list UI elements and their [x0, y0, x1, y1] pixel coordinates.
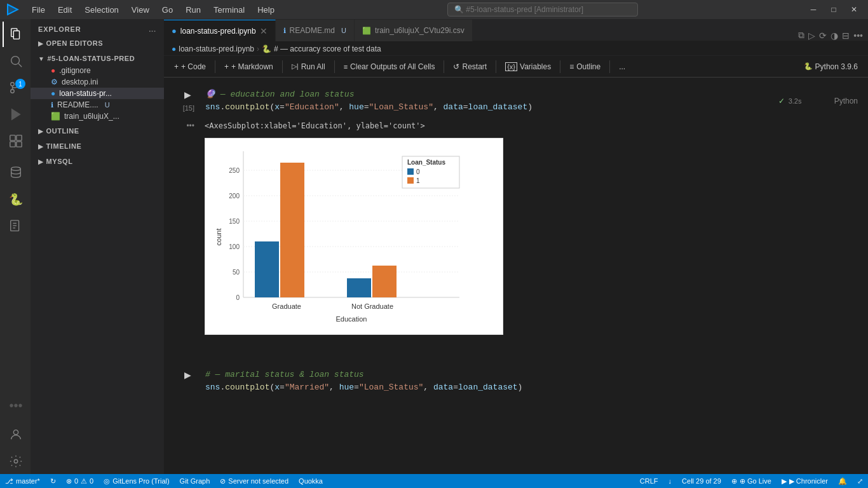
database-activity-icon[interactable]: [3, 160, 28, 186]
cell-15-axes-output: <AxesSubplot:xlabel='Education', ylabel=…: [205, 119, 863, 133]
notebook-tab-close[interactable]: ✕: [260, 26, 268, 36]
source-control-activity-icon[interactable]: [3, 75, 28, 100]
quokka-item[interactable]: Quokka: [294, 474, 328, 488]
menu-edit[interactable]: Edit: [51, 3, 78, 17]
sidebar-item-csv[interactable]: 🟩 train_u6lujuX_...: [31, 111, 164, 122]
server-icon: ⊘: [220, 477, 226, 485]
outline-header[interactable]: ▶ OUTLINE: [31, 125, 164, 137]
settings-status-item[interactable]: ⤢: [852, 474, 868, 488]
notification-item[interactable]: 🔔: [833, 474, 852, 488]
readme-badge: U: [105, 101, 110, 109]
sync-item[interactable]: ↻: [45, 474, 61, 488]
python-version-button[interactable]: 🐍 Python 3.9.6: [799, 60, 863, 73]
add-code-button[interactable]: + + Code: [169, 60, 211, 73]
git-graph-item[interactable]: Git Graph: [175, 474, 215, 488]
notebook-tab[interactable]: ● loan-status-pred.ipynb ✕: [164, 20, 276, 41]
menu-help[interactable]: Help: [251, 3, 281, 17]
legend-status0-label: 0: [416, 168, 420, 175]
y-tick-50: 50: [233, 269, 240, 276]
notification-icon: 🔔: [838, 477, 847, 485]
run-notebook-icon[interactable]: ▷: [808, 30, 815, 41]
variables-button[interactable]: {x} Variables: [500, 60, 556, 73]
encoding-item[interactable]: CRLF: [635, 474, 663, 488]
cell-position-item[interactable]: Cell 29 of 29: [677, 474, 726, 488]
readme-tab-icon: ℹ: [283, 27, 286, 35]
menu-selection[interactable]: Selection: [78, 3, 125, 17]
branch-item[interactable]: ⎇ master*: [0, 474, 45, 488]
sidebar-item-gitignore[interactable]: ● .gitignore: [31, 65, 164, 76]
split-editor-icon[interactable]: ⧉: [798, 30, 804, 41]
window-controls: ─ □ ✕: [804, 2, 868, 17]
cell-15-output-content: <AxesSubplot:xlabel='Education', ylabel=…: [205, 119, 863, 340]
open-editors-header[interactable]: ▶ OPEN EDITORS: [31, 37, 164, 50]
chronicler-icon: ▶: [782, 477, 787, 485]
menu-file[interactable]: File: [25, 3, 51, 17]
run-cell-15-button[interactable]: ▶: [180, 88, 194, 102]
cell-16-content[interactable]: # — marital status & loan status sns.cou…: [200, 365, 863, 396]
tab-more-icon[interactable]: •••: [853, 30, 863, 41]
toolbar-sep-1: [215, 60, 215, 73]
readme-tab[interactable]: ℹ README.md U: [276, 20, 355, 41]
notebook-activity-icon[interactable]: [3, 214, 28, 239]
sidebar-title: EXPLORER ...: [31, 19, 164, 36]
bar-graduate-status0: [255, 241, 279, 297]
add-markdown-button[interactable]: + + Markdown: [219, 60, 278, 73]
toolbar-sep-7: [609, 60, 610, 73]
breadcrumb-notebook[interactable]: ●loan-status-pred.ipynb: [172, 44, 254, 53]
mysql-header[interactable]: ▶ MYSQL: [31, 155, 164, 168]
search-activity-icon[interactable]: [3, 48, 28, 74]
sidebar-item-notebook[interactable]: ● loan-status-pr...: [31, 88, 164, 99]
sidebar-item-readme[interactable]: ℹ README.... U: [31, 99, 164, 111]
run-debug-activity-icon[interactable]: [3, 102, 28, 127]
readme-tab-badge: U: [341, 27, 346, 34]
cell-15-content[interactable]: 🔮 — education and loan status sns.countp…: [200, 85, 778, 116]
chronicler-item[interactable]: ▶ ▶ Chronicler: [776, 474, 833, 488]
search-input[interactable]: [447, 3, 638, 17]
project-header[interactable]: ▼ #5-LOAN-STATUS-PRED: [31, 52, 164, 65]
breadcrumb-cell[interactable]: 🐍# — accuracy score of test data: [262, 44, 381, 53]
close-button[interactable]: ✕: [845, 2, 863, 17]
history-icon[interactable]: ⟳: [819, 30, 827, 41]
csv-tab[interactable]: 🟩 train_u6lujuX_CVtu29i.csv: [355, 20, 473, 41]
menu-view[interactable]: View: [125, 3, 156, 17]
y-tick-100: 100: [229, 243, 240, 250]
ellipsis-activity-icon[interactable]: •••: [3, 393, 28, 418]
extensions-activity-icon[interactable]: [3, 128, 28, 154]
cell-15-time: 3.2s: [789, 97, 802, 105]
sidebar-item-desktop-ini[interactable]: ⚙ desktop.ini: [31, 76, 164, 88]
x-label-notgraduate: Not Graduate: [351, 302, 393, 310]
layout-icon[interactable]: ⊟: [842, 30, 850, 41]
theme-icon[interactable]: ◑: [831, 30, 838, 41]
account-activity-icon[interactable]: [3, 422, 28, 447]
svg-marker-10: [12, 109, 20, 120]
clear-outputs-button[interactable]: ≡ Clear Outputs of All Cells: [339, 60, 440, 73]
run-all-button[interactable]: ▷| Run All: [287, 60, 330, 73]
run-cell-16-button[interactable]: ▶: [180, 368, 194, 382]
outline-button[interactable]: ≡ Outline: [564, 60, 606, 73]
go-live-item[interactable]: ⊕ ⊕ Go Live: [726, 474, 776, 488]
git-graph-label: Git Graph: [180, 477, 210, 485]
explorer-activity-icon[interactable]: [3, 22, 28, 47]
notebook-content[interactable]: ▶ [15] 🔮 — education and loan status sns…: [164, 78, 868, 474]
menu-run[interactable]: Run: [179, 3, 207, 17]
server-item[interactable]: ⊘ Server not selected: [215, 474, 294, 488]
restart-button[interactable]: ↺ Restart: [448, 60, 492, 73]
cell-16: ▶ # — marital status & loan status sns.c…: [164, 365, 868, 396]
more-toolbar-button[interactable]: ...: [614, 60, 630, 73]
eol-item[interactable]: ↓: [663, 474, 677, 488]
minimize-button[interactable]: ─: [804, 2, 822, 17]
python-activity-icon[interactable]: 🐍: [3, 187, 28, 212]
bar-notgraduate-status0: [347, 278, 371, 297]
menu-terminal[interactable]: Terminal: [207, 3, 251, 17]
eol-icon: ↓: [668, 477, 672, 485]
error-item[interactable]: ⊗ 0 ⚠ 0: [61, 474, 98, 488]
menu-go[interactable]: Go: [156, 3, 179, 17]
cell-15: ▶ [15] 🔮 — education and loan status sns…: [164, 85, 868, 116]
maximize-button[interactable]: □: [825, 2, 843, 17]
cell-15-code: 🔮 — education and loan status sns.countp…: [205, 88, 773, 113]
gitlens-item[interactable]: ◎ GitLens Pro (Trial): [98, 474, 174, 488]
settings-activity-icon[interactable]: [3, 449, 28, 474]
sidebar-more-icon[interactable]: ...: [149, 25, 156, 33]
timeline-header[interactable]: ▶ TIMELINE: [31, 140, 164, 152]
git-branch-icon: ⎇: [5, 477, 13, 485]
